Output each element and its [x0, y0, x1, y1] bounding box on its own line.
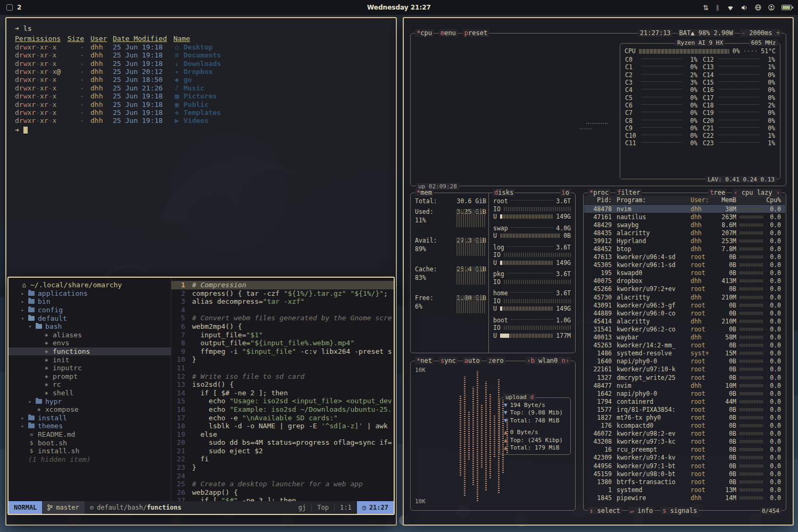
workspace-number[interactable]: 2: [17, 4, 21, 11]
tree-item-shell[interactable]: ✱shell: [9, 389, 171, 397]
process-row[interactable]: 1380btrfs-transactioroot0B0.0: [584, 478, 785, 486]
process-row[interactable]: 40075dropboxdhh413M0.0: [584, 277, 785, 285]
process-row[interactable]: 43208kworker/u97:3-kcroot0B0.0: [584, 438, 785, 446]
process-row[interactable]: 1794containerdroot44M0.0: [584, 397, 785, 405]
process-row[interactable]: 42309kworker/u97:4-kvroot0B0.0: [584, 454, 785, 462]
disk-io-graph: [504, 326, 571, 330]
tree-item-default[interactable]: ▾default: [9, 314, 171, 322]
tree-item-config[interactable]: ▸config: [9, 306, 171, 314]
tree-item-README.md[interactable]: ≡README.md: [9, 430, 171, 439]
tree-item-prompt[interactable]: ✱prompt: [9, 372, 171, 381]
proc-footer-signals[interactable]: s signals: [661, 507, 699, 514]
file-icon: ✱: [43, 340, 49, 346]
process-row[interactable]: 31541kworker/u96:2-coroot0B0.0: [584, 325, 785, 333]
process-row[interactable]: 45263kworker/14:2-mm_root0B0.0: [584, 342, 785, 350]
process-row[interactable]: 47613kworker/u96:4-sdroot0B0.0: [584, 253, 785, 261]
updates-icon[interactable]: ⇅: [703, 4, 709, 11]
proc-footer-select[interactable]: ↕ select: [588, 507, 622, 514]
code-line: 22 fi: [171, 455, 394, 463]
net-tab-sync[interactable]: sync: [439, 357, 458, 364]
file-tree[interactable]: ⌂~/.local/share/omarchy▸applications▸bin…: [9, 278, 171, 501]
tree-item-boot.sh[interactable]: $boot.sh: [9, 438, 171, 447]
process-row[interactable]: 1827mt76-tx phy0root0B0.0: [584, 413, 785, 421]
net-interface[interactable]: ‹b wlan0 n›: [526, 357, 571, 364]
net-tab-zero[interactable]: zero: [487, 357, 505, 364]
tree-item-inputrc[interactable]: ✱inputrc: [9, 364, 171, 372]
menu-button[interactable]: menu: [439, 29, 458, 37]
tree-item-aliases[interactable]: ✱aliases: [9, 331, 171, 339]
volume-icon[interactable]: [741, 5, 748, 11]
tree-item-bin[interactable]: ▸bin: [9, 297, 171, 306]
process-row[interactable]: 176kcompactd0root0B0.0: [584, 422, 785, 430]
process-row[interactable]: 48429swaybgdhh8.6M0.0: [584, 221, 785, 229]
process-row[interactable]: 16rcu_preemptroot0B0.0: [584, 446, 785, 454]
sort-selector[interactable]: ‹ cpu lazy ›: [732, 189, 782, 196]
process-row[interactable]: 48435alacrittydhh207M0.0: [584, 229, 785, 237]
process-row[interactable]: 44889kworker/u96:0-coroot0B0.0: [584, 309, 785, 317]
folder-icon: [28, 423, 35, 428]
tree-item-bash[interactable]: ▾bash: [9, 322, 171, 331]
process-row[interactable]: 1642napi/phy0-0root0B0.0: [584, 389, 785, 397]
process-row[interactable]: 48478nvimdhh38M0.0: [584, 205, 785, 213]
process-row[interactable]: 1systemdroot13M0.0: [584, 486, 785, 494]
preset-button[interactable]: preset: [463, 29, 489, 37]
wifi-icon[interactable]: [727, 5, 734, 11]
globe-icon[interactable]: [755, 4, 761, 11]
process-row[interactable]: 1577irq/81-PIXA3854:root0B0.0: [584, 405, 785, 413]
tree-item-applications[interactable]: ▸applications: [9, 289, 171, 298]
proc-header[interactable]: Pid: Program: User: MemB Cpu%: [584, 196, 785, 204]
tree-item-rc[interactable]: ✱rc: [9, 380, 171, 389]
process-row[interactable]: 45266kworker/u97:2+evroot0B0.0: [584, 285, 785, 293]
process-cpu-graph: [739, 231, 763, 235]
process-row[interactable]: 45730alacrittydhh210M0.0: [584, 293, 785, 301]
process-row[interactable]: 48452btopdhh7.8M0.0: [584, 245, 785, 253]
workspace-icon[interactable]: [6, 4, 13, 11]
process-row[interactable]: 48477nvimdhh10M0.0: [584, 381, 785, 389]
process-row[interactable]: 44956kworker/u97:1-btroot0B0.0: [584, 462, 785, 470]
tree-item-.localshareomarchy[interactable]: ⌂~/.local/share/omarchy: [9, 281, 171, 289]
process-row[interactable]: 1640napi/phy0-0root0B0.0: [584, 358, 785, 365]
tree-item-themes[interactable]: ▸themes: [9, 422, 171, 430]
core-meter: C170%: [700, 94, 778, 101]
user-icon[interactable]: [768, 4, 775, 11]
disk-io-graph: [504, 253, 571, 257]
tree-item-init[interactable]: ✱init: [9, 355, 171, 364]
process-row[interactable]: 1486systemd-resolvesyst+15M0.0: [584, 350, 785, 358]
tree-item-xcompose[interactable]: ✱xcompose: [9, 405, 171, 414]
tree-item-functions[interactable]: ✱functions: [9, 347, 171, 356]
process-row[interactable]: 46072kworker/u98:2-evroot0B0.0: [584, 430, 785, 438]
process-row[interactable]: 195kswapd0root0B0.0: [584, 269, 785, 277]
neovim-window[interactable]: ⌂~/.local/share/omarchy▸applications▸bin…: [7, 277, 395, 515]
process-row[interactable]: 47161nautilusdhh263M0.0: [584, 213, 785, 221]
file-icon: ✱: [43, 348, 49, 354]
tree-item-install.sh[interactable]: $install.sh: [9, 447, 171, 455]
tree-item-hypr[interactable]: ▸hypr: [9, 397, 171, 405]
process-row[interactable]: 1327dmcrypt_write/25root0B0.0: [584, 373, 785, 381]
tree-item-1hiddenitem[interactable]: (1 hidden item): [9, 455, 171, 463]
process-row[interactable]: 40013waybardhh58M0.0: [584, 334, 785, 342]
core-meter: C22%: [622, 71, 700, 79]
filter-button[interactable]: filter: [616, 189, 642, 196]
tree-item-install[interactable]: ▸install: [9, 414, 171, 422]
process-row[interactable]: 1845pipewiredhh14M0.0: [584, 494, 785, 502]
process-row[interactable]: 45159kworker/u98:0-btroot0B0.0: [584, 470, 785, 478]
update-interval[interactable]: - 2000ms +: [740, 29, 782, 37]
editor-buffer[interactable]: 1# Compression2compress() { tar -czf "${…: [171, 278, 394, 501]
tree-item-envs[interactable]: ✱envs: [9, 339, 171, 347]
process-cpu-graph: [739, 408, 763, 411]
tree-toggle[interactable]: tree: [708, 189, 727, 196]
proc-footer-info[interactable]: ↵ info: [628, 507, 654, 514]
process-row[interactable]: 22161kworker/u97:10-kroot0B0.0: [584, 365, 785, 373]
process-row[interactable]: 45414alacrittydhh210M0.0: [584, 317, 785, 325]
net-tab-auto[interactable]: auto: [463, 357, 481, 364]
process-list[interactable]: 48478nvimdhh38M0.047161nautilusdhh263M0.…: [584, 205, 785, 505]
bluetooth-icon[interactable]: ᛒ: [716, 4, 720, 11]
process-row[interactable]: 39912Hyprlanddhh253M0.0: [584, 237, 785, 245]
btop-window[interactable]: *cpu menu preset 21:27:13 BAT▲ 98% 2.90W…: [403, 17, 794, 526]
prompt-line-2[interactable]: ➜: [15, 126, 387, 134]
process-row[interactable]: 43091kworker/u96:3-gfroot0B0.0: [584, 301, 785, 309]
process-cpu-graph: [739, 392, 763, 395]
file-icon: ✱: [43, 357, 49, 363]
process-row[interactable]: 45305kworker/u96:1-sdroot0B0.0: [584, 261, 785, 269]
battery-icon[interactable]: [782, 5, 792, 10]
